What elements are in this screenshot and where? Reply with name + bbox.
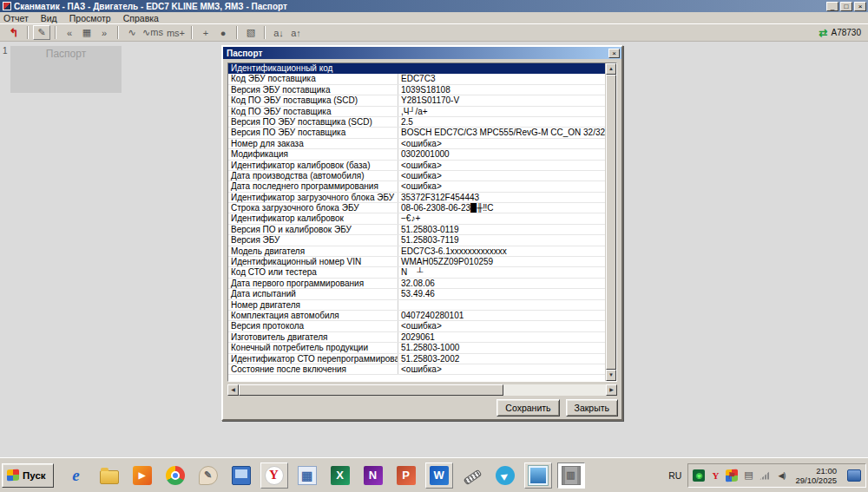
powerpoint-button[interactable]: P xyxy=(392,462,420,489)
save-button[interactable]: Сохранить xyxy=(496,399,559,417)
word-button[interactable]: W xyxy=(425,462,453,489)
gpu-tray-icon[interactable]: ◉ xyxy=(693,469,705,482)
exit-button[interactable]: ↰ xyxy=(5,25,23,40)
dialog-titlebar[interactable]: Паспорт × xyxy=(223,47,621,59)
table-row[interactable]: Строка загрузочного блока ЭБУ 08-06-2308… xyxy=(228,203,605,213)
table-row[interactable]: Версия ПО и калибровок ЭБУ 51.25803-0119 xyxy=(228,225,605,235)
table-row[interactable]: Дата производства (автомобиля) <ошибка> xyxy=(228,171,605,181)
table-row[interactable]: Конечный потребитель продукции 51.25803-… xyxy=(228,343,605,353)
table-row[interactable]: Код ПО ЭБУ поставщика (SCD) Y281S01170-V xyxy=(228,95,605,106)
table-row[interactable]: Код ЭБУ поставщика EDC7C3 xyxy=(228,74,605,84)
font-larger-button[interactable]: a↑ xyxy=(287,25,305,40)
yandex-tray-icon[interactable]: Y xyxy=(709,469,721,482)
toolbar-separator xyxy=(27,26,29,39)
table-row[interactable]: Номер для заказа <ошибка> xyxy=(228,139,605,149)
scroll-down-icon[interactable]: ▼ xyxy=(606,370,616,381)
table-row[interactable]: Идентификатор СТО перепрограммирования 5… xyxy=(228,354,605,364)
table-row[interactable]: Дата последнего программирования <ошибка… xyxy=(228,181,605,192)
ie-button[interactable]: e xyxy=(62,462,90,489)
menu-preview[interactable]: Просмотр xyxy=(69,13,111,23)
record-button[interactable]: ● xyxy=(214,25,232,40)
report-edit-button[interactable]: ✎ xyxy=(33,25,50,40)
graph-ms-plus-button[interactable]: ms+ xyxy=(165,25,187,40)
media-player-button[interactable]: ▶ xyxy=(128,462,156,489)
menu-view[interactable]: Вид xyxy=(41,13,57,23)
clipboard-tray-icon[interactable]: ▤ xyxy=(742,469,754,482)
param-value xyxy=(398,63,605,73)
scroll-left-icon[interactable]: ◀ xyxy=(227,384,239,396)
dialog-close-button[interactable]: Закрыть xyxy=(566,399,618,417)
security-flag-icon[interactable]: ⚑ xyxy=(726,469,738,482)
table-row[interactable]: Версия протокола <ошибка> xyxy=(228,321,605,331)
table-row[interactable]: Комплектация автомобиля 0407240280101 xyxy=(228,311,605,321)
table-row[interactable]: Дата первого программирования 32.08.06 xyxy=(228,279,605,289)
param-value: <ошибка> xyxy=(398,161,605,170)
param-label: Номер для заказа xyxy=(228,139,398,148)
network-signal-icon[interactable] xyxy=(759,469,771,482)
table-row[interactable]: Версия ЭБУ поставщика 1039S18108 xyxy=(228,85,605,95)
table-row[interactable]: Идентификатор загрузочного блока ЭБУ 353… xyxy=(228,193,605,203)
scanner-app-button[interactable]: ▥ xyxy=(557,462,585,489)
table-row[interactable]: Версия ПО ЭБУ поставщика (SCD) 2.5 xyxy=(228,117,605,128)
close-button[interactable]: × xyxy=(854,2,866,11)
dialog-close-icon[interactable]: × xyxy=(608,49,620,58)
table-row[interactable]: Версия ЭБУ 51.25803-7119 xyxy=(228,235,605,246)
toolbar-separator xyxy=(264,26,266,39)
menu-help[interactable]: Справка xyxy=(123,13,159,23)
language-indicator[interactable]: RU xyxy=(662,470,687,481)
restore-button[interactable]: □ xyxy=(840,2,852,11)
display-settings-button[interactable] xyxy=(227,462,255,489)
calculator-button[interactable]: ▦ xyxy=(293,462,321,489)
param-value xyxy=(398,300,605,310)
font-smaller-button[interactable]: a↓ xyxy=(270,25,287,40)
excel-button[interactable]: X xyxy=(326,462,354,489)
telegram-button[interactable]: ▶ xyxy=(491,462,519,489)
vertical-scrollbar[interactable]: ▲ ▼ xyxy=(605,63,616,381)
table-row[interactable]: Код ПО ЭБУ поставщика ,Ч┘/a+ xyxy=(228,107,605,117)
param-label: Модель двигателя xyxy=(228,246,398,256)
table-row[interactable]: Идентификационный номер VIN WMAH05ZZ09P0… xyxy=(228,257,605,267)
yandex-browser-button[interactable]: Y xyxy=(260,462,288,489)
page-list-button[interactable]: ▦ xyxy=(78,25,95,40)
snapshot-button[interactable]: ▧ xyxy=(242,25,260,40)
table-row[interactable]: Дата испытаний 53.49.46 xyxy=(228,289,605,299)
minimize-button[interactable]: _ xyxy=(826,2,838,11)
param-label: Версия ПО ЭБУ поставщика xyxy=(228,128,398,137)
scroll-right-icon[interactable]: ▶ xyxy=(606,384,617,396)
passport-table-wrap: Идентификационный код Код ЭБУ поставщика… xyxy=(227,62,617,382)
scroll-up-icon[interactable]: ▲ xyxy=(606,63,616,75)
table-row[interactable]: Изготовитель двигателя 2029061 xyxy=(228,332,605,343)
horizontal-scrollbar[interactable]: ◀ ▶ xyxy=(227,384,617,396)
graph-ms-button[interactable]: ∿ms xyxy=(141,25,165,40)
table-row[interactable]: Идентификационный код xyxy=(228,63,605,74)
start-button[interactable]: Пуск xyxy=(2,463,54,488)
table-row[interactable]: Состояние после включения <ошибка> xyxy=(228,364,605,375)
onenote-button[interactable]: N xyxy=(359,462,387,489)
adapter-button[interactable] xyxy=(458,462,486,489)
volume-icon[interactable]: ◀) xyxy=(775,469,787,482)
table-row[interactable]: Код СТО или тестера N ┴ xyxy=(228,267,605,278)
graph-button[interactable]: ∿ xyxy=(123,25,141,40)
show-desktop-icon[interactable] xyxy=(847,469,861,482)
table-row[interactable]: Версия ПО ЭБУ поставщика BOSCH EDC7C/C3 … xyxy=(228,128,605,138)
photos-button[interactable] xyxy=(524,462,552,489)
pin-button[interactable]: + xyxy=(197,25,214,40)
table-row[interactable]: Номер двигателя xyxy=(228,300,605,311)
table-row[interactable]: Идентификатор калибровок (база) <ошибка> xyxy=(228,161,605,171)
prev-page-button[interactable]: « xyxy=(61,25,78,40)
vertical-scroll-thumb[interactable] xyxy=(606,75,616,370)
menu-report[interactable]: Отчет xyxy=(3,13,29,23)
toolbar: ↰✎«▦»∿∿msms++●▧a↓a↑ ⇄ A78730 xyxy=(0,23,868,42)
explorer-button[interactable] xyxy=(95,462,123,489)
horizontal-scroll-thumb[interactable] xyxy=(239,384,503,396)
param-value: 2029061 xyxy=(398,332,605,342)
table-row[interactable]: Модель двигателя EDC7C3-6.1xxxxxxxxxxxxx xyxy=(228,246,605,257)
next-page-button[interactable]: » xyxy=(95,25,113,40)
param-value: 1039S18108 xyxy=(398,85,605,95)
table-row[interactable]: Идентификатор калибровок −€♪+ xyxy=(228,213,605,224)
table-row[interactable]: Модификация 0302001000 xyxy=(228,149,605,160)
param-value: WMAH05ZZ09P010259 xyxy=(398,257,605,266)
paint-button[interactable]: ✎ xyxy=(194,462,222,489)
chrome-button[interactable] xyxy=(161,462,189,489)
page-thumbnail[interactable]: Паспорт xyxy=(10,46,122,93)
